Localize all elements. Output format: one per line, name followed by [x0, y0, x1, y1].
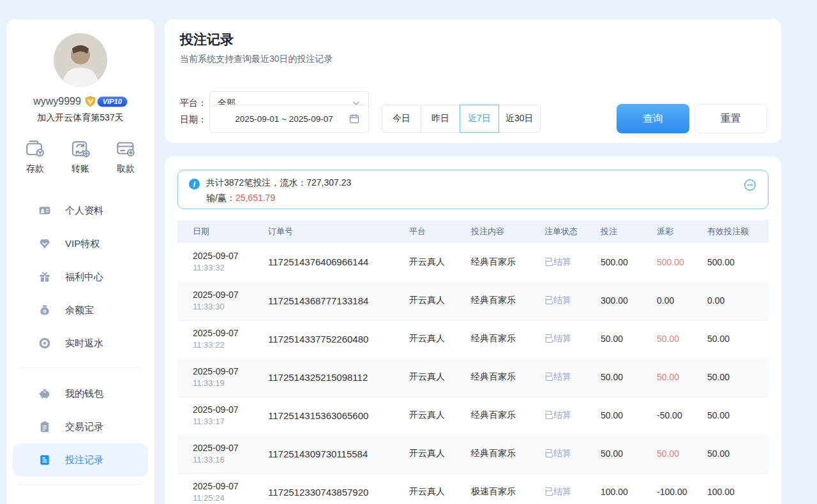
cell-date: 2025-09-07 11:33:17 [177, 396, 268, 434]
col-valid: 有效投注额 [707, 220, 768, 243]
vip-privileges-icon [38, 237, 51, 250]
sidebar-item-label: 福利中心 [65, 271, 103, 283]
sidebar-item-label: 交易记录 [65, 421, 103, 433]
cell-bet-amount: 100.00 [601, 473, 657, 504]
cell-bet-amount: 50.00 [601, 358, 657, 396]
table-row: 2025-09-07 11:33:22 1172514337752260480 … [177, 320, 768, 358]
sidebar-item-rebate[interactable]: 实时返水 [13, 327, 148, 360]
table-row: 2025-09-07 11:33:17 1172514315363065600 … [177, 396, 768, 434]
col-order: 订单号 [268, 220, 409, 243]
deposit-label: 存款 [26, 163, 44, 175]
cell-payout: 50.00 [657, 358, 707, 396]
withdraw-button[interactable]: 取款 [115, 138, 137, 175]
bet-records-icon [38, 454, 51, 466]
cell-date: 2025-09-07 11:33:30 [177, 281, 268, 320]
range-last7days-button[interactable]: 近7日 [460, 105, 499, 133]
sidebar-item-vip[interactable]: VIP特权 [13, 227, 148, 260]
betting-records-page: wywy9999 VIP10 加入开云体育第537天 存款 [0, 0, 817, 504]
date-range-value: 2025-09-01 ~ 2025-09-07 [219, 114, 349, 124]
cell-platform: 开云真人 [409, 473, 471, 504]
cell-platform: 开云真人 [409, 320, 471, 358]
reset-button[interactable]: 重置 [694, 104, 767, 133]
summary-banner: i 共计3872笔投注，流水：727,307.23 输/赢：25,651.79 [177, 170, 768, 209]
table-header: 日期 订单号 平台 投注内容 注单状态 投注 派彩 有效投注额 [177, 220, 768, 243]
cell-bet-amount: 50.00 [601, 320, 657, 358]
cell-bet-content: 经典百家乐 [471, 243, 544, 281]
cell-order-number: 1172514325215098112 [268, 358, 409, 396]
deposit-button[interactable]: 存款 [24, 138, 46, 175]
cell-payout: 50.00 [657, 434, 707, 473]
cell-bet-amount: 50.00 [601, 434, 657, 473]
cell-date: 2025-09-07 11:33:22 [177, 320, 268, 358]
summary-line1: 共计3872笔投注，流水：727,307.23 [206, 177, 351, 189]
date-range-input[interactable]: 2025-09-01 ~ 2025-09-07 [209, 105, 369, 133]
range-yesterday-button[interactable]: 昨日 [421, 105, 460, 133]
cell-status: 已结算 [544, 320, 601, 358]
summary-line2: 输/赢：25,651.79 [206, 193, 275, 204]
cell-payout: -100.00 [657, 473, 707, 504]
info-icon: i [189, 179, 200, 189]
transfer-icon [70, 138, 91, 159]
bet-records-table: 日期 订单号 平台 投注内容 注单状态 投注 派彩 有效投注额 2025-09-… [177, 220, 768, 504]
range-today-button[interactable]: 今日 [382, 105, 421, 133]
cell-platform: 开云真人 [409, 281, 471, 320]
cell-status: 已结算 [544, 473, 601, 504]
sidebar-item-benefits[interactable]: 福利中心 [13, 260, 148, 293]
sidebar-divider [19, 367, 142, 368]
cell-status: 已结算 [544, 396, 601, 434]
sidebar-item-transactions[interactable]: 交易记录 [13, 410, 148, 443]
quick-actions: 存款 转账 取款 [6, 138, 154, 175]
table-row: 2025-09-07 11:33:32 1172514376406966144 … [177, 243, 768, 281]
cell-order-number: 1172514368777133184 [268, 281, 409, 320]
cell-bet-amount: 500.00 [601, 243, 657, 281]
avatar-image [54, 33, 107, 87]
sidebar-item-label: 我的钱包 [65, 388, 103, 400]
sidebar-item-wallet[interactable]: 我的钱包 [13, 377, 148, 410]
cell-status: 已结算 [544, 243, 601, 281]
transfer-button[interactable]: 转账 [70, 138, 91, 175]
range-last30days-button[interactable]: 近30日 [498, 105, 541, 133]
cell-valid-amount: 0.00 [707, 281, 768, 320]
cell-order-number: 1172514337752260480 [268, 320, 409, 358]
cell-valid-amount: 50.00 [707, 396, 768, 434]
cell-valid-amount: 50.00 [707, 434, 768, 473]
collapse-summary-icon[interactable] [744, 179, 756, 191]
cell-bet-amount: 300.00 [601, 281, 657, 320]
filter-panel: 投注记录 当前系统支持查询最近30日的投注记录 平台： 全部 日期： 2025-… [165, 19, 781, 143]
sidebar-item-yuebao[interactable]: 余额宝 [13, 293, 148, 327]
clipboard-icon [38, 420, 51, 433]
join-days-text: 加入开云体育第537天 [6, 112, 154, 124]
sidebar-item-label: 余额宝 [65, 304, 94, 316]
cell-order-number: 1172514309730115584 [268, 434, 409, 473]
cell-valid-amount: 50.00 [707, 358, 768, 396]
vip-emblem-icon [85, 96, 96, 107]
cell-payout: -50.00 [657, 396, 707, 434]
turnover-value: 727,307.23 [306, 177, 351, 188]
col-platform: 平台 [409, 220, 471, 243]
sidebar-item-profile[interactable]: 个人资料 [13, 194, 148, 227]
cell-status: 已结算 [544, 358, 601, 396]
cell-bet-content: 经典百家乐 [471, 358, 544, 396]
cell-payout: 0.00 [657, 281, 707, 320]
sidebar-menu-primary: 个人资料 VIP特权 福利中心 余额宝 [6, 194, 154, 360]
date-quick-ranges: 今日 昨日 近7日 近30日 [382, 105, 541, 133]
col-bet: 投注 [601, 220, 657, 243]
sidebar-item-bet-records[interactable]: 投注记录 [13, 443, 148, 477]
cell-bet-content: 经典百家乐 [471, 281, 544, 320]
date-label: 日期： [180, 114, 207, 126]
cell-platform: 开云真人 [409, 396, 471, 434]
records-panel: i 共计3872笔投注，流水：727,307.23 输/赢：25,651.79 … [165, 156, 781, 504]
cell-date: 2025-09-07 11:33:16 [177, 434, 268, 473]
username: wywy9999 [33, 96, 81, 107]
cell-payout: 50.00 [657, 320, 707, 358]
sidebar-item-label: 实时返水 [65, 337, 103, 350]
query-button[interactable]: 查询 [617, 104, 689, 133]
withdraw-label: 取款 [117, 163, 135, 175]
table-row: 2025-09-07 11:25:24 1172512330743857920 … [177, 473, 768, 504]
calendar-icon[interactable] [349, 114, 359, 124]
col-date: 日期 [177, 220, 268, 243]
deposit-icon [24, 138, 46, 159]
cell-order-number: 1172514315363065600 [268, 396, 409, 434]
table-row: 2025-09-07 11:33:30 1172514368777133184 … [177, 281, 768, 320]
sidebar-menu-secondary: 我的钱包 交易记录 投注记录 [6, 377, 154, 477]
